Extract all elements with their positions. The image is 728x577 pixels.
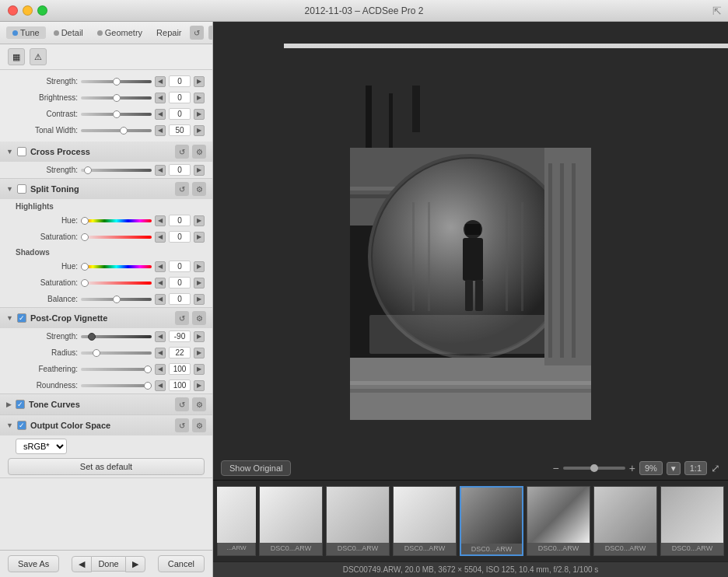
- close-button[interactable]: [8, 5, 18, 16]
- tonalwidth-decrement[interactable]: ◀: [155, 125, 166, 136]
- minimize-button[interactable]: [23, 5, 33, 16]
- balance-increment[interactable]: ▶: [194, 294, 205, 305]
- tone-curves-sync[interactable]: ↺: [175, 397, 189, 411]
- maximize-button[interactable]: [37, 5, 47, 16]
- histogram-icon[interactable]: ▦: [8, 48, 25, 65]
- output-color-checkbox[interactable]: ✓: [17, 421, 26, 430]
- color-space-select[interactable]: sRGB*: [16, 439, 67, 454]
- post-crop-sync[interactable]: ↺: [175, 311, 189, 325]
- zoom-in-icon[interactable]: +: [629, 462, 635, 474]
- tab-tune[interactable]: Tune: [6, 26, 46, 39]
- thumbnail-item-4[interactable]: DSC0...ARW: [460, 486, 523, 556]
- tone-curves-header[interactable]: ▶ ✓ Tone Curves ↺ ⚙: [0, 394, 212, 414]
- shadows-hue-slider[interactable]: [81, 265, 152, 268]
- tonalwidth-increment[interactable]: ▶: [194, 125, 205, 136]
- vignette-roundness-slider[interactable]: [81, 384, 152, 387]
- vignette-strength-decrement[interactable]: ◀: [155, 331, 166, 342]
- vignette-radius-decrement[interactable]: ◀: [155, 348, 166, 358]
- balance-slider[interactable]: [81, 298, 152, 301]
- zoom-1to1-button[interactable]: 1:1: [684, 461, 707, 475]
- contrast-decrement[interactable]: ◀: [155, 109, 166, 120]
- show-original-button[interactable]: Show Original: [221, 460, 291, 476]
- cross-process-decrement[interactable]: ◀: [155, 165, 166, 176]
- strength-slider[interactable]: [81, 80, 152, 83]
- strength-decrement[interactable]: ◀: [155, 76, 166, 87]
- done-button[interactable]: Done: [92, 556, 124, 572]
- vignette-feathering-increment[interactable]: ▶: [194, 364, 205, 375]
- tab-geometry[interactable]: Geometry: [91, 26, 149, 39]
- output-color-gear[interactable]: ⚙: [192, 418, 206, 432]
- thumbnail-item-3[interactable]: DSC0...ARW: [393, 486, 457, 556]
- vignette-radius-increment[interactable]: ▶: [194, 348, 205, 358]
- thumbnail-item-1[interactable]: DSC0...ARW: [259, 486, 323, 556]
- cross-process-sync[interactable]: ↺: [175, 145, 189, 159]
- cross-process-gear[interactable]: ⚙: [192, 145, 206, 159]
- post-crop-checkbox[interactable]: ✓: [17, 313, 26, 323]
- post-crop-header[interactable]: ▼ ✓ Post-Crop Vignette ↺ ⚙: [0, 308, 212, 328]
- cross-process-slider[interactable]: [81, 169, 152, 172]
- vignette-roundness-increment[interactable]: ▶: [194, 380, 205, 391]
- brightness-increment[interactable]: ▶: [194, 93, 205, 103]
- next-button[interactable]: ▶: [125, 556, 145, 572]
- highlights-sat-slider[interactable]: [81, 236, 152, 239]
- svg-rect-25: [560, 163, 564, 358]
- zoom-out-icon[interactable]: −: [553, 462, 559, 474]
- tonalwidth-slider[interactable]: [81, 129, 152, 132]
- expand-icon[interactable]: ⤢: [711, 462, 720, 474]
- cross-process-checkbox[interactable]: [17, 147, 26, 156]
- split-toning-gear[interactable]: ⚙: [192, 182, 206, 196]
- thumbnail-item-6[interactable]: DSC0...ARW: [593, 486, 657, 556]
- highlights-sat-decrement[interactable]: ◀: [155, 232, 166, 243]
- vignette-feathering-decrement[interactable]: ◀: [155, 364, 166, 375]
- vignette-strength-increment[interactable]: ▶: [194, 331, 205, 342]
- zoom-slider[interactable]: [563, 467, 625, 470]
- split-toning-sync[interactable]: ↺: [175, 182, 189, 196]
- warning-icon[interactable]: ⚠: [30, 48, 47, 65]
- tonalwidth-row: Tonal Width: ◀ 50 ▶: [0, 122, 212, 138]
- output-color-header[interactable]: ▼ ✓ Output Color Space ↺ ⚙: [0, 415, 212, 435]
- vignette-strength-slider[interactable]: [81, 335, 152, 338]
- zoom-dropdown[interactable]: ▼: [667, 462, 681, 475]
- highlights-hue-decrement[interactable]: ◀: [155, 215, 166, 226]
- shadows-hue-decrement[interactable]: ◀: [155, 261, 166, 272]
- shadows-sat-decrement[interactable]: ◀: [155, 278, 166, 288]
- vignette-feathering-slider[interactable]: [81, 368, 152, 371]
- brightness-decrement[interactable]: ◀: [155, 93, 166, 103]
- sync-icon[interactable]: ↺: [190, 26, 204, 40]
- balance-decrement[interactable]: ◀: [155, 294, 166, 305]
- post-crop-gear[interactable]: ⚙: [192, 311, 206, 325]
- split-toning-checkbox[interactable]: [17, 184, 26, 194]
- vignette-roundness-decrement[interactable]: ◀: [155, 380, 166, 391]
- shadows-hue-increment[interactable]: ▶: [194, 261, 205, 272]
- shadows-sat-slider[interactable]: [81, 282, 152, 285]
- cross-process-title: Cross Process: [30, 147, 171, 156]
- output-color-sync[interactable]: ↺: [175, 418, 189, 432]
- save-as-button[interactable]: Save As: [8, 555, 59, 572]
- contrast-slider[interactable]: [81, 113, 152, 116]
- highlights-hue-increment[interactable]: ▶: [194, 215, 205, 226]
- cross-process-header[interactable]: ▼ Cross Process ↺ ⚙: [0, 142, 212, 162]
- thumbnail-item-5[interactable]: DSC0...ARW: [527, 486, 590, 556]
- highlights-hue-slider[interactable]: [81, 219, 152, 222]
- contrast-increment[interactable]: ▶: [194, 109, 205, 120]
- split-toning-header[interactable]: ▼ Split Toning ↺ ⚙: [0, 179, 212, 199]
- tone-curves-checkbox[interactable]: ✓: [16, 400, 25, 409]
- set-default-button[interactable]: Set as default: [8, 458, 205, 475]
- tone-curves-gear[interactable]: ⚙: [192, 397, 206, 411]
- thumbnail-item-0[interactable]: ...ARW: [217, 486, 256, 556]
- strength-increment[interactable]: ▶: [194, 76, 205, 87]
- tab-detail[interactable]: Detail: [47, 26, 89, 39]
- shadows-sat-increment[interactable]: ▶: [194, 278, 205, 288]
- cross-process-increment[interactable]: ▶: [194, 165, 205, 176]
- thumbnail-item-7[interactable]: DSC0...ARW: [660, 486, 724, 556]
- cancel-button[interactable]: Cancel: [158, 555, 205, 572]
- vignette-radius-slider[interactable]: [81, 351, 152, 355]
- prev-button[interactable]: ◀: [72, 556, 92, 572]
- post-crop-title: Post-Crop Vignette: [30, 313, 171, 323]
- thumbnail-item-2[interactable]: DSC0...ARW: [326, 486, 390, 556]
- highlights-sat-increment[interactable]: ▶: [194, 232, 205, 243]
- brightness-slider[interactable]: [81, 96, 152, 100]
- tab-repair[interactable]: Repair: [150, 26, 187, 39]
- tone-curves-title: Tone Curves: [29, 400, 171, 409]
- panel-scroll[interactable]: Strength: ◀ 0 ▶ Brightness: ◀ 0 ▶: [0, 70, 212, 550]
